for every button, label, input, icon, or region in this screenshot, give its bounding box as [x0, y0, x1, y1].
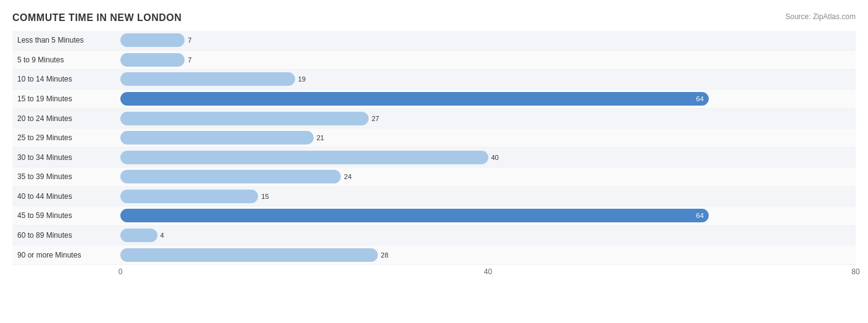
bar-row: Less than 5 Minutes7 — [12, 31, 856, 51]
bar-track: 4 — [120, 229, 856, 242]
bar-value: 15 — [261, 193, 269, 200]
bar-row: 45 to 59 Minutes64 — [12, 206, 856, 226]
bar-row: 60 to 89 Minutes4 — [12, 226, 856, 246]
bar-fill — [120, 151, 488, 164]
bar-fill — [120, 72, 295, 86]
chart-container: COMMUTE TIME IN NEW LONDON Source: ZipAt… — [0, 0, 868, 323]
chart-title: COMMUTE TIME IN NEW LONDON — [12, 12, 856, 23]
bar-fill — [120, 112, 369, 125]
bar-value: 64 — [696, 212, 704, 219]
bar-label: 30 to 34 Minutes — [12, 153, 120, 162]
bar-label: 10 to 14 Minutes — [12, 75, 120, 83]
bar-fill — [120, 170, 341, 183]
chart-area: Less than 5 Minutes75 to 9 Minutes710 to… — [12, 31, 856, 280]
bar-label: 15 to 19 Minutes — [12, 94, 120, 103]
bar-value: 7 — [188, 56, 191, 64]
bar-label: 25 to 29 Minutes — [12, 133, 120, 142]
bar-label: 90 or more Minutes — [12, 251, 120, 259]
bar-fill — [120, 248, 378, 262]
bar-track: 19 — [120, 72, 856, 86]
x-axis: 04080 — [12, 267, 856, 280]
bar-track: 21 — [120, 131, 856, 145]
bar-label: 40 to 44 Minutes — [12, 192, 120, 201]
bar-row: 10 to 14 Minutes19 — [12, 70, 856, 90]
bar-fill: 64 — [120, 92, 709, 106]
bar-label: 20 to 24 Minutes — [12, 114, 120, 123]
bar-fill — [120, 229, 157, 242]
bar-value: 7 — [188, 36, 191, 44]
bar-row: 20 to 24 Minutes27 — [12, 109, 856, 128]
bar-row: 40 to 44 Minutes15 — [12, 187, 856, 207]
bar-value: 40 — [491, 154, 499, 161]
bar-label: 5 to 9 Minutes — [12, 56, 120, 64]
bar-row: 35 to 39 Minutes24 — [12, 167, 856, 187]
bar-value: 24 — [344, 173, 351, 180]
bar-track: 27 — [120, 112, 856, 125]
bar-row: 30 to 34 Minutes40 — [12, 148, 856, 167]
bar-value: 64 — [696, 95, 704, 103]
bar-value: 28 — [381, 251, 388, 259]
bar-value: 4 — [161, 232, 164, 239]
bar-fill: 64 — [120, 209, 709, 222]
bar-row: 90 or more Minutes28 — [12, 245, 856, 265]
bar-fill — [120, 33, 185, 47]
x-axis-label: 40 — [484, 267, 492, 276]
source-text: Source: ZipAtlas.com — [785, 12, 856, 21]
bar-track: 40 — [120, 151, 856, 164]
bar-track: 64 — [120, 209, 856, 222]
bar-value: 19 — [298, 75, 306, 83]
bar-track: 7 — [120, 33, 856, 47]
x-axis-labels: 04080 — [120, 267, 856, 280]
bar-fill — [120, 131, 314, 145]
x-axis-label: 0 — [119, 267, 123, 276]
bar-fill — [120, 53, 185, 67]
bar-label: 35 to 39 Minutes — [12, 172, 120, 181]
bar-track: 15 — [120, 190, 856, 203]
bar-row: 25 to 29 Minutes21 — [12, 128, 856, 148]
bar-track: 24 — [120, 170, 856, 183]
bar-track: 28 — [120, 248, 856, 262]
bar-value: 27 — [372, 115, 379, 122]
bar-track: 7 — [120, 53, 856, 67]
bars-section: Less than 5 Minutes75 to 9 Minutes710 to… — [12, 31, 856, 265]
bar-label: 45 to 59 Minutes — [12, 211, 120, 220]
bar-row: 15 to 19 Minutes64 — [12, 90, 856, 109]
bar-track: 64 — [120, 92, 856, 106]
bar-row: 5 to 9 Minutes7 — [12, 51, 856, 70]
bar-fill — [120, 190, 258, 203]
bar-label: 60 to 89 Minutes — [12, 231, 120, 240]
bar-label: Less than 5 Minutes — [12, 36, 120, 44]
x-axis-label: 80 — [851, 267, 859, 276]
bar-value: 21 — [317, 134, 324, 141]
